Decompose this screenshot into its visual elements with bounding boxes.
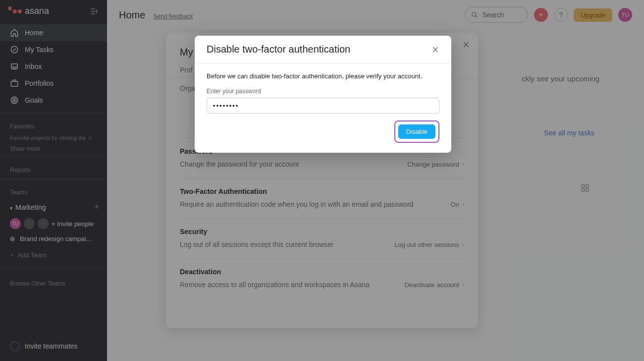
close-modal-icon[interactable] bbox=[431, 46, 439, 54]
modal-message: Before we can disable two-factor authent… bbox=[207, 72, 439, 80]
disable-2fa-modal: Disable two-factor authentication Before… bbox=[195, 36, 451, 153]
disable-button[interactable]: Disable bbox=[398, 124, 435, 139]
disable-button-highlight: Disable bbox=[394, 120, 439, 143]
modal-title: Disable two-factor authentication bbox=[207, 44, 350, 55]
password-label: Enter your password bbox=[207, 88, 439, 95]
password-input[interactable] bbox=[207, 98, 439, 114]
